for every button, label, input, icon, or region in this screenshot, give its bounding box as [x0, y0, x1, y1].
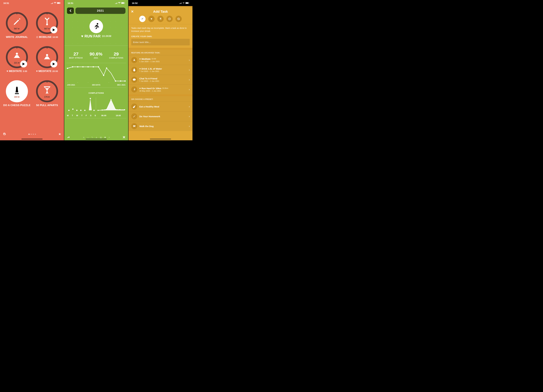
chess-icon	[14, 85, 20, 95]
camera-icon[interactable]: ▣	[100, 136, 102, 139]
chevron-right-icon: ›	[189, 105, 190, 108]
page-indicator[interactable]	[28, 134, 36, 135]
archived-row-chat[interactable]: Chat To A Friend 7 Jul 2020 – 1 Jan 2021…	[129, 75, 192, 85]
run-icon-2[interactable]: ✦	[108, 136, 110, 139]
back-button[interactable]	[67, 8, 74, 14]
archived-row-run[interactable]: ♥Run Hard Or 10km10.0km 30 May 2020 – 1 …	[129, 85, 192, 94]
svg-point-35	[90, 98, 91, 99]
battery-icon	[121, 2, 125, 4]
svg-point-22	[120, 80, 121, 82]
svg-point-5	[16, 53, 18, 55]
chevron-right-icon: ›	[189, 58, 190, 62]
home-indicator[interactable]	[86, 139, 107, 139]
close-icon[interactable]: ✕	[123, 135, 125, 139]
svg-point-31	[72, 108, 74, 110]
timer-icon	[36, 36, 38, 38]
svg-point-41	[111, 99, 112, 100]
task-meditate-20[interactable]: ♥ MEDITATE 20:00	[33, 46, 62, 73]
svg-rect-46	[186, 2, 188, 4]
pen-icon[interactable]: ✎	[91, 136, 93, 139]
task-hero-icon	[90, 20, 103, 33]
svg-point-16	[87, 66, 89, 68]
streak-count: 183★	[14, 96, 20, 98]
chevron-right-icon: ›	[189, 68, 190, 72]
hint-block: Tasks start each day as incomplete. Mark…	[129, 24, 192, 48]
bottom-toolbar: ★ ▭ ✎ ▲ ▣ ✦ ✦ ✕	[64, 134, 128, 140]
chevron-right-icon: ›	[189, 125, 190, 128]
category-health[interactable]: ♥	[148, 16, 155, 22]
category-avoid[interactable]	[175, 16, 182, 22]
meditate-icon[interactable]: ▲	[95, 136, 98, 139]
svg-point-38	[97, 110, 98, 111]
svg-point-51	[134, 88, 135, 89]
task-pull-aparts[interactable]: 176★ 50 PULL APARTS	[33, 80, 62, 107]
play-button[interactable]	[50, 61, 57, 68]
svg-point-43	[119, 109, 120, 110]
category-food[interactable]	[157, 16, 164, 22]
streak-count: 587★	[44, 28, 50, 30]
svg-point-18	[98, 66, 99, 68]
category-timed[interactable]	[166, 16, 173, 22]
battery-icon	[57, 2, 61, 4]
sheet-header: ✕ Add Task	[129, 7, 192, 15]
drop-icon	[131, 67, 137, 73]
run-icon	[92, 22, 100, 30]
home-indicator[interactable]	[150, 139, 171, 139]
chevron-right-icon: ›	[189, 115, 190, 118]
chevron-right-icon: ›	[189, 88, 190, 91]
heart-icon: ♥	[81, 34, 83, 38]
preset-label: OR CHOOSE A PRESET:	[129, 96, 192, 102]
star-icon[interactable]: ★	[58, 132, 61, 136]
gear-icon[interactable]	[3, 132, 6, 136]
wifi-icon	[118, 2, 120, 4]
completion-charts	[67, 95, 126, 113]
star-icon[interactable]: ★	[83, 136, 85, 139]
pen-icon	[13, 17, 21, 27]
archived-row-water[interactable]: ♥Drink 1.5L of Water 7 Jul 2020 – 1 Jan …	[129, 65, 192, 75]
wifi-icon	[54, 2, 56, 4]
svg-point-13	[72, 66, 73, 68]
task-label: ♥ MEDITATE 20:00	[36, 70, 58, 73]
share-icon[interactable]	[67, 136, 70, 139]
chevron-right-icon: ›	[189, 78, 190, 81]
svg-rect-2	[60, 3, 61, 3]
year-axis: JAN 2021 365 DAYS DEC 2021	[67, 83, 126, 87]
close-button[interactable]: ✕	[131, 10, 134, 14]
year-selector[interactable]: 2021	[75, 8, 125, 14]
streak-count: 587★	[14, 28, 20, 30]
completions-stat: 29 COMPLETIONS	[109, 51, 123, 59]
run-icon[interactable]: ✦	[104, 136, 106, 139]
archived-row-meditate[interactable]: ♥Meditate10:00 1 Jan 2020 – 1 Jan 2021 ›	[129, 55, 192, 65]
task-meditate-3[interactable]: 221★ ♥ MEDITATE 3:00	[2, 46, 31, 73]
svg-rect-1	[57, 2, 60, 4]
chat-icon	[131, 77, 137, 83]
preset-row-healthy-meal[interactable]: Eat a Healthy Meal ›	[129, 102, 192, 111]
heart-icon: ♥	[36, 70, 38, 73]
play-button[interactable]	[20, 61, 27, 68]
status-bar: 16:51	[64, 0, 128, 6]
task-mobilise[interactable]: 587★ MOBILISE 10:00	[33, 12, 62, 39]
task-title-input[interactable]	[131, 39, 190, 45]
add-task-screen: 16:52 ✕ Add Task ♥ Tasks start each day …	[129, 0, 193, 140]
task-chess[interactable]: 183★ DO A CHESS PUZZLE	[2, 80, 31, 107]
home-indicator[interactable]	[21, 139, 43, 139]
book-icon[interactable]: ▭	[87, 136, 89, 139]
svg-point-23	[124, 80, 126, 82]
signal-icon	[115, 2, 118, 4]
play-button[interactable]	[50, 26, 57, 33]
battery-icon	[185, 2, 189, 4]
task-label: MOBILISE 10:00	[36, 36, 58, 39]
svg-rect-47	[189, 3, 189, 3]
home-screen: 16:51 587★ WRITE JOURNAL 587★	[0, 0, 64, 140]
preset-row-walk-dog[interactable]: Walk the Dog ›	[129, 121, 192, 131]
preset-row-homework[interactable]: Do Your Homework ›	[129, 111, 192, 121]
task-label: 50 PULL APARTS	[36, 104, 58, 107]
svg-point-15	[82, 66, 84, 68]
svg-point-42	[115, 109, 116, 110]
svg-point-36	[93, 110, 95, 111]
svg-point-14	[77, 66, 79, 68]
meditate-icon	[43, 52, 51, 62]
category-task[interactable]	[139, 16, 146, 22]
signal-icon	[51, 2, 53, 4]
task-write-journal[interactable]: 587★ WRITE JOURNAL	[2, 12, 31, 39]
